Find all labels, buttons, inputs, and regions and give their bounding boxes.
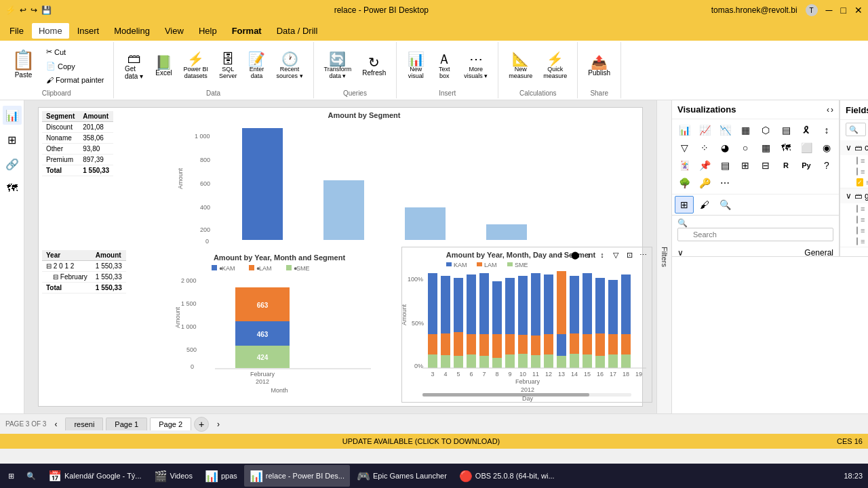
taskbar-ppas[interactable]: 📊 ppas [199, 465, 243, 487]
viz-qna[interactable]: ? [817, 157, 836, 174]
filter-icon[interactable]: ▽ [610, 249, 622, 261]
viz-stacked-bar[interactable]: 📊 [675, 122, 694, 138]
cut-button[interactable]: ✂ Cut [43, 45, 108, 58]
viz-funnel[interactable]: ▽ [675, 140, 694, 156]
taskbar-calendar[interactable]: 📅 Kalendář Google - Tý... [43, 465, 147, 487]
map-view-icon[interactable]: 🗺 [3, 179, 22, 198]
viz-waterfall[interactable]: ↕ [817, 122, 836, 138]
refresh-button[interactable]: ↻ Refresh [357, 53, 391, 79]
chainid-checkbox[interactable] [856, 205, 858, 213]
menu-format[interactable]: Format [225, 23, 269, 39]
viz-py-visual[interactable]: Py [797, 157, 816, 174]
menu-data-drill[interactable]: Data / Drill [270, 23, 325, 39]
menu-modeling[interactable]: Modeling [107, 23, 157, 39]
expand-icon[interactable]: ↑ [555, 249, 568, 261]
viz-slicer[interactable]: ▤ [715, 157, 734, 174]
drill-icon[interactable]: ⬤ [569, 249, 581, 261]
recent-sources-button[interactable]: 🕐 Recentsources ▾ [272, 49, 308, 82]
viz-scatter[interactable]: ⁘ [695, 140, 714, 156]
general-header[interactable]: ∨ General [672, 244, 839, 256]
maximize-button[interactable]: □ [841, 5, 846, 16]
viz-area[interactable]: 📉 [715, 122, 734, 138]
viz-ribbon[interactable]: 🎗 [797, 122, 816, 138]
page-tab-2[interactable]: Page 2 [150, 418, 191, 430]
text-box-button[interactable]: Ａ Textbox [431, 49, 458, 82]
taskbar-powerbi[interactable]: 📊 relace - Power BI Des... [244, 465, 350, 487]
analytics-tab[interactable]: 🔍 [715, 196, 734, 214]
viz-stacked-col[interactable]: ⬡ [756, 122, 775, 138]
menu-help[interactable]: Help [192, 23, 224, 39]
menu-file[interactable]: File [3, 23, 31, 39]
viz-filled-map[interactable]: ⬜ [797, 140, 816, 156]
model-view-icon[interactable]: 🔗 [3, 155, 22, 174]
window-controls-undo[interactable]: ↩ [20, 5, 26, 15]
viz-clustered-bar[interactable]: ▦ [736, 122, 755, 138]
window-controls-redo[interactable]: ↪ [31, 5, 37, 15]
gasstations-header[interactable]: ∨ 🗃 gasstations [840, 188, 868, 203]
field-segment[interactable]: ✓ ≡ Segment [840, 177, 868, 188]
viz-treemap[interactable]: ▦ [756, 140, 775, 156]
viz-card[interactable]: 🃏 [675, 157, 694, 174]
more-icon[interactable]: ⋯ [637, 249, 649, 261]
paste-button[interactable]: 📋 Paste [5, 45, 41, 86]
gasstationid-checkbox[interactable] [856, 226, 858, 235]
format-painter-button[interactable]: 🖌 Format painter [43, 74, 108, 86]
customerid-checkbox[interactable] [856, 167, 858, 176]
viz-map[interactable]: 🗺 [776, 140, 795, 156]
new-visual-button[interactable]: 📊 Newvisual [402, 49, 429, 82]
viz-line[interactable]: 📈 [695, 122, 714, 138]
chart-scrollbar[interactable] [422, 393, 631, 396]
menu-insert[interactable]: Insert [71, 23, 106, 39]
copy-button[interactable]: 📄 Copy [43, 60, 108, 73]
get-data-button[interactable]: 🗃 Getdata ▾ [119, 49, 149, 83]
segment-checkbox[interactable]: ✓ [856, 178, 863, 186]
scrollbar-thumb[interactable] [422, 393, 589, 396]
viz-kpi[interactable]: 📌 [695, 157, 714, 174]
build-tab[interactable]: ⊞ [675, 196, 694, 214]
viz-more[interactable]: ⋯ [715, 175, 734, 191]
viz-back-icon[interactable]: ‹ [827, 105, 829, 115]
menu-view[interactable]: View [158, 23, 191, 39]
taskbar-videos[interactable]: 🎬 Videos [149, 465, 198, 487]
country-checkbox[interactable] [856, 216, 858, 224]
viz-matrix[interactable]: ⊟ [756, 157, 775, 174]
page-prev-btn[interactable]: ‹ [49, 418, 62, 431]
format-tab[interactable]: 🖌 [695, 196, 714, 214]
field-segment-gs[interactable]: ≡ Segment [840, 236, 868, 247]
close-button[interactable]: ✕ [854, 5, 863, 16]
field-customerid[interactable]: ≡ CustomerID [840, 166, 868, 177]
page-add-button[interactable]: + [194, 417, 209, 432]
field-country[interactable]: ≡ Country [840, 214, 868, 225]
sql-button[interactable]: 🗄 SQLServer [214, 49, 242, 82]
excel-button[interactable]: 📗 Excel [151, 53, 178, 79]
sort-desc-icon[interactable]: ↕ [596, 249, 608, 261]
page-tab-1[interactable]: Page 1 [106, 418, 147, 430]
page-tab-reseni[interactable]: reseni [65, 418, 103, 430]
viz-table[interactable]: ⊞ [736, 157, 755, 174]
currency-checkbox[interactable] [856, 157, 858, 165]
sort-asc-icon[interactable]: ↕ [583, 249, 595, 261]
minimize-button[interactable]: ─ [826, 5, 833, 16]
viz-r-visual[interactable]: R [776, 157, 795, 174]
viz-decomp-tree[interactable]: 🌳 [675, 175, 694, 191]
publish-button[interactable]: 📤 Publish [583, 53, 615, 79]
data-view-icon[interactable]: ⊞ [3, 130, 22, 149]
viz-100pct[interactable]: ▤ [776, 122, 795, 138]
viz-forward-icon[interactable]: › [831, 105, 833, 115]
new-measure-button[interactable]: 📐 Newmeasure [504, 49, 537, 82]
filters-panel[interactable]: Filters [656, 100, 671, 413]
field-gasstationid[interactable]: ≡ GasStationID [840, 225, 868, 236]
transform-data-button[interactable]: 🔄 Transformdata ▾ [319, 49, 357, 82]
taskbar-epic[interactable]: 🎮 Epic Games Launcher [351, 465, 452, 487]
taskbar-search[interactable]: 🔍 [21, 465, 41, 487]
customers-header[interactable]: ∨ 🗃 customers [840, 140, 868, 155]
viz-donut[interactable]: ○ [736, 140, 755, 156]
quick-measure-button[interactable]: ⚡ Quickmeasure [538, 49, 572, 82]
powerbi-datasets-button[interactable]: ⚡ Power BIdatasets [179, 49, 214, 82]
taskbar-obs[interactable]: 🔴 OBS 25.0.8 (64-bit, wi... [454, 465, 560, 487]
update-notice[interactable]: UPDATE AVAILABLE (CLICK TO DOWNLOAD) [342, 437, 500, 445]
field-chainid[interactable]: ≡ chainID [840, 203, 868, 214]
more-visuals-button[interactable]: ⋯ Morevisuals ▾ [459, 49, 492, 82]
focus-icon[interactable]: ⊡ [623, 249, 635, 261]
segment-gs-checkbox[interactable] [856, 237, 858, 245]
